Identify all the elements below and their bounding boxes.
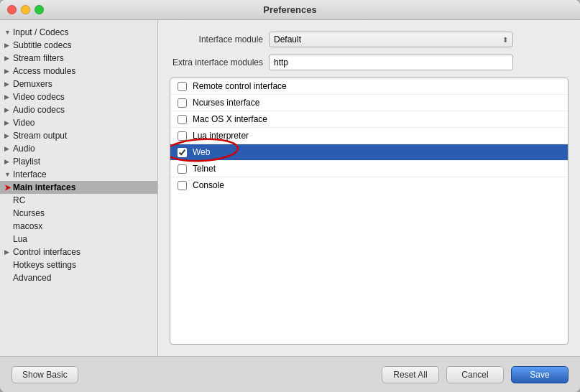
sidebar-item-control-interfaces[interactable]: ▶ Control interfaces <box>0 246 157 258</box>
arrow-icon: ▶ <box>4 42 13 49</box>
window-title: Preferences <box>263 4 316 15</box>
sidebar: ▼ Input / Codecs ▶ Subtitle codecs ▶ Str… <box>0 20 158 356</box>
sidebar-item-hotkeys-settings[interactable]: Hotkeys settings <box>0 258 157 271</box>
checkbox-label-telnet: Telnet <box>193 164 561 174</box>
sidebar-item-ncurses[interactable]: Ncurses <box>0 207 157 220</box>
sidebar-label: macosx <box>13 221 42 231</box>
sidebar-item-video[interactable]: ▶ Video <box>0 116 157 129</box>
checkbox-label-ncurses: Ncurses interface <box>193 98 561 108</box>
current-arrow-icon: ➤ <box>4 183 13 192</box>
checkbox-item-remote-control[interactable]: Remote control interface <box>170 78 568 95</box>
titlebar: Preferences <box>0 0 580 20</box>
checkbox-console[interactable] <box>178 181 187 190</box>
sidebar-label: Playlist <box>13 157 40 167</box>
extra-interfaces-input[interactable] <box>269 55 513 70</box>
sidebar-item-interface[interactable]: ▼ Interface <box>0 168 157 181</box>
extra-interfaces-label: Extra interface modules <box>170 57 263 67</box>
save-button[interactable]: Save <box>511 366 569 383</box>
main-content: ▼ Input / Codecs ▶ Subtitle codecs ▶ Str… <box>0 20 580 356</box>
cancel-button[interactable]: Cancel <box>446 366 504 383</box>
sidebar-label: Control interfaces <box>13 247 80 257</box>
checkbox-macosx[interactable] <box>178 115 187 124</box>
sidebar-item-audio[interactable]: ▶ Audio <box>0 142 157 155</box>
expand-arrow-icon: ▼ <box>4 171 13 178</box>
sidebar-label: Audio <box>13 144 35 154</box>
arrow-icon: ▶ <box>4 106 13 113</box>
checkbox-lua[interactable] <box>178 131 187 141</box>
window-controls <box>7 5 44 14</box>
checkbox-item-telnet[interactable]: Telnet <box>170 161 568 177</box>
arrow-icon: ▶ <box>4 132 13 139</box>
arrow-icon: ▶ <box>4 55 13 62</box>
sidebar-label: Demuxers <box>13 79 52 89</box>
checkbox-item-ncurses[interactable]: Ncurses interface <box>170 95 568 111</box>
checkbox-label-console: Console <box>193 180 561 190</box>
checkbox-item-macosx[interactable]: Mac OS X interface <box>170 111 568 128</box>
right-panel: Interface module Default ⬍ Extra interfa… <box>158 20 580 356</box>
expand-arrow-icon: ▼ <box>4 29 13 36</box>
sidebar-label: RC <box>13 195 25 205</box>
sidebar-item-access-modules[interactable]: ▶ Access modules <box>0 65 157 78</box>
checkbox-remote-control[interactable] <box>178 82 187 91</box>
preferences-window: Preferences ▼ Input / Codecs ▶ Subtitle … <box>0 0 580 392</box>
minimize-button[interactable] <box>21 5 30 14</box>
sidebar-item-subtitle-codecs[interactable]: ▶ Subtitle codecs <box>0 39 157 52</box>
interface-module-dropdown[interactable]: Default <box>274 34 502 45</box>
sidebar-item-rc[interactable]: RC <box>0 194 157 207</box>
reset-all-button[interactable]: Reset All <box>382 366 439 383</box>
sidebar-label: Audio codecs <box>13 105 65 115</box>
arrow-icon: ▶ <box>4 80 13 88</box>
sidebar-label: Advanced <box>13 273 51 283</box>
checkbox-telnet[interactable] <box>178 164 187 174</box>
sidebar-item-macosx[interactable]: macosx <box>0 220 157 233</box>
arrow-icon: ▶ <box>4 158 13 165</box>
checkbox-item-web[interactable]: Web <box>170 144 568 161</box>
arrow-icon: ▶ <box>4 248 13 256</box>
sidebar-label: Stream filters <box>13 53 64 63</box>
checkbox-item-console[interactable]: Console <box>170 177 568 193</box>
sidebar-label: Stream output <box>13 131 67 141</box>
checkbox-item-lua[interactable]: Lua interpreter <box>170 128 568 144</box>
checkbox-label-lua: Lua interpreter <box>193 131 561 141</box>
interface-module-label: Interface module <box>170 34 263 45</box>
checkbox-label-remote-control: Remote control interface <box>193 81 561 91</box>
sidebar-item-advanced[interactable]: Advanced <box>0 271 157 284</box>
interface-module-select[interactable]: Default ⬍ <box>269 32 513 47</box>
interfaces-checkbox-list: Remote control interface Ncurses interfa… <box>170 78 569 345</box>
sidebar-item-stream-output[interactable]: ▶ Stream output <box>0 129 157 142</box>
sidebar-item-demuxers[interactable]: ▶ Demuxers <box>0 78 157 90</box>
sidebar-label: Interface <box>13 169 47 179</box>
arrow-icon: ▶ <box>4 145 13 152</box>
sidebar-label: Video <box>13 118 34 128</box>
sidebar-item-video-codecs[interactable]: ▶ Video codecs <box>0 90 157 103</box>
arrow-icon: ▶ <box>4 119 13 126</box>
sidebar-label: Video codecs <box>13 92 65 102</box>
close-button[interactable] <box>7 5 17 14</box>
interface-module-row: Interface module Default ⬍ <box>170 32 569 47</box>
checkbox-ncurses[interactable] <box>178 98 187 108</box>
footer-left: Show Basic <box>11 366 374 383</box>
sidebar-label: Access modules <box>13 66 75 76</box>
show-basic-button[interactable]: Show Basic <box>11 366 78 383</box>
sidebar-item-main-interfaces[interactable]: ➤ Main interfaces <box>0 181 157 194</box>
extra-interfaces-row: Extra interface modules <box>170 55 569 70</box>
sidebar-label: Subtitle codecs <box>13 40 71 50</box>
footer: Show Basic Reset All Cancel Save <box>0 356 580 392</box>
sidebar-item-audio-codecs[interactable]: ▶ Audio codecs <box>0 103 157 116</box>
sidebar-label: Lua <box>13 234 27 244</box>
sidebar-item-stream-filters[interactable]: ▶ Stream filters <box>0 52 157 65</box>
arrow-icon: ▶ <box>4 67 13 75</box>
checkbox-label-web: Web <box>193 147 561 157</box>
checkbox-web[interactable] <box>178 148 187 157</box>
maximize-button[interactable] <box>34 5 44 14</box>
sidebar-label: Ncurses <box>13 208 45 218</box>
sidebar-item-lua[interactable]: Lua <box>0 233 157 246</box>
arrow-icon: ▶ <box>4 93 13 101</box>
sidebar-item-playlist[interactable]: ▶ Playlist <box>0 155 157 168</box>
sidebar-label: Main interfaces <box>13 182 75 192</box>
sidebar-item-input-codecs[interactable]: ▼ Input / Codecs <box>0 26 157 39</box>
checkbox-label-macosx: Mac OS X interface <box>193 114 561 124</box>
select-arrow-icon: ⬍ <box>502 36 508 44</box>
sidebar-label: Hotkeys settings <box>13 260 76 270</box>
sidebar-label: Input / Codecs <box>13 27 68 37</box>
